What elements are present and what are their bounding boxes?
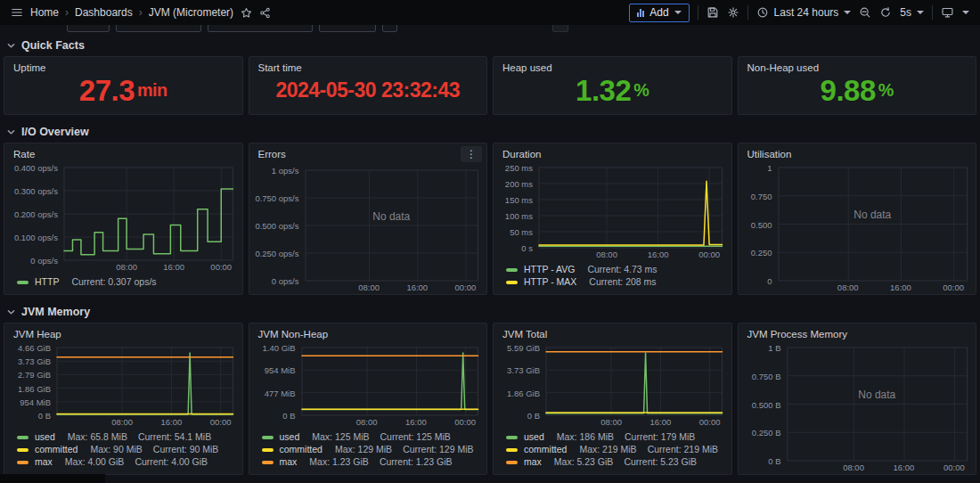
legend-series-value: Max: 186 MiB	[557, 431, 614, 443]
chart-body: 1 B0.750 B0.500 B0.250 B0 BNo data08:001…	[739, 340, 976, 474]
x-axis: 08:0016:0000:00	[306, 281, 478, 294]
x-axis-tick: 08:00	[837, 282, 859, 292]
row-header-jvm-memory[interactable]: JVM Memory	[4, 302, 976, 322]
legend-item[interactable]: committedMax: 129 MiBCurrent: 129 MiB	[262, 444, 478, 455]
row-title: I/O Overview	[21, 126, 89, 138]
y-axis-tick: 1 ops/s	[272, 166, 299, 176]
legend-series-color	[17, 436, 29, 439]
legend-series-label: max	[524, 456, 542, 468]
add-panel-icon	[637, 9, 644, 17]
chart-body: 5.59 GiB3.73 GiB1.86 GiB0 B08:0016:0000:…	[494, 340, 731, 429]
no-data-label: No data	[853, 209, 891, 221]
x-axis: 08:0016:0000:00	[788, 461, 968, 474]
y-axis-tick: 477 MiB	[265, 388, 296, 397]
panel-title[interactable]: JVM Heap	[4, 323, 70, 340]
add-button[interactable]: Add	[629, 4, 689, 22]
share-icon[interactable]	[259, 4, 271, 21]
legend-item[interactable]: maxMax: 1.23 GiBCurrent: 1.23 GiB	[262, 456, 478, 468]
y-axis-tick: 4.66 GiB	[18, 343, 51, 353]
plot-area[interactable]	[539, 168, 723, 248]
chart-body: 10.7500.5000.2500No data08:0016:0000:00	[739, 160, 976, 294]
plot-area[interactable]	[302, 348, 478, 415]
y-axis: 5.59 GiB3.73 GiB1.86 GiB0 B	[501, 348, 540, 415]
legend-series-label: HTTP	[35, 276, 59, 288]
x-axis-tick: 16:00	[163, 262, 184, 272]
breadcrumb-dashboards[interactable]: Dashboards	[75, 6, 133, 19]
legend-item[interactable]: usedMax: 186 MiBCurrent: 179 MiB	[506, 431, 723, 443]
panel-title[interactable]: Rate	[4, 143, 44, 160]
panel-menu-icon[interactable]: ⋮	[461, 146, 482, 162]
panel-title[interactable]: Duration	[494, 143, 550, 160]
legend-item[interactable]: committedMax: 219 MiBCurrent: 219 MiB	[506, 444, 723, 455]
legend: HTTP - AVGCurrent: 4.73 msHTTP - MAXCurr…	[494, 261, 731, 294]
refresh-interval-dropdown[interactable]: 5s	[900, 6, 924, 19]
panel-title[interactable]: Uptime	[4, 57, 242, 73]
panel-title[interactable]: JVM Process Memory	[739, 323, 856, 340]
x-axis-tick: 00:00	[943, 463, 965, 472]
plot-area[interactable]	[64, 168, 233, 260]
plot-area[interactable]: No data	[779, 168, 968, 281]
legend-series-value: Current: 4.73 ms	[587, 264, 657, 275]
panel-title[interactable]: Utilisation	[739, 143, 801, 160]
y-axis-tick: 954 MiB	[20, 397, 51, 406]
panel-title[interactable]: Start time	[249, 57, 487, 73]
breadcrumb-home[interactable]: Home	[30, 6, 59, 19]
y-axis: 1 ops/s0.750 ops/s0.500 ops/s0.250 ops/s…	[257, 170, 299, 281]
x-axis-tick: 08:00	[596, 250, 617, 259]
legend-series-value: Current: 4.00 GiB	[135, 456, 208, 468]
time-range-label: Last 24 hours	[774, 6, 839, 19]
panel-title[interactable]: Errors	[249, 143, 295, 160]
panel-title[interactable]: Non-Heap used	[739, 57, 976, 73]
legend-item[interactable]: HTTP - MAXCurrent: 208 ms	[506, 276, 723, 288]
legend-item[interactable]: usedMax: 125 MiBCurrent: 125 MiB	[262, 431, 478, 443]
plot-area[interactable]	[546, 348, 723, 415]
jvm-memory-row: JVM Heap4.66 GiB3.73 GiB2.79 GiB1.86 GiB…	[4, 323, 976, 475]
panel-header: Rate	[4, 143, 242, 160]
legend-item[interactable]: committedMax: 90 MiBCurrent: 90 MiB	[17, 444, 233, 455]
panel-title[interactable]: Heap used	[494, 57, 731, 73]
panel-title[interactable]: JVM Non-Heap	[249, 323, 338, 340]
plot-area[interactable]: No data	[788, 348, 968, 461]
row-title: Quick Facts	[21, 39, 85, 52]
y-axis-tick: 0.750 ops/s	[255, 193, 298, 203]
zoom-out-icon[interactable]	[859, 4, 871, 21]
y-axis-tick: 3.73 GiB	[507, 365, 540, 375]
nav-actions: Add Last 24 hours 5s	[629, 4, 969, 22]
chart-body: 250 ms200 ms150 ms100 ms50 ms0 s08:0016:…	[494, 160, 731, 261]
y-axis-tick: 1.86 GiB	[507, 388, 540, 397]
panel-title[interactable]: JVM Total	[494, 323, 556, 340]
legend-item[interactable]: maxMax: 4.00 GiBCurrent: 4.00 GiB	[17, 456, 233, 468]
settings-gear-icon[interactable]	[727, 4, 739, 21]
legend: usedMax: 125 MiBCurrent: 125 MiBcommitte…	[249, 429, 487, 474]
panel-header: Errors⋮	[249, 143, 487, 162]
legend-item[interactable]: HTTP - AVGCurrent: 4.73 ms	[506, 264, 723, 275]
plot-area[interactable]	[57, 348, 233, 415]
legend-series-value: Current: 179 MiB	[625, 431, 695, 443]
stat-value: 27.3min	[4, 73, 242, 114]
y-axis-tick: 250 ms	[505, 163, 533, 173]
legend-item[interactable]: usedMax: 65.8 MiBCurrent: 54.1 MiB	[17, 431, 233, 443]
legend-item[interactable]: maxMax: 5.23 GiBCurrent: 5.23 GiB	[506, 456, 723, 468]
refresh-icon[interactable]	[879, 4, 892, 21]
monitor-icon[interactable]	[941, 4, 954, 21]
x-axis-tick: 16:00	[160, 417, 182, 427]
x-axis-tick: 08:00	[356, 417, 378, 427]
plot-area[interactable]: No data	[306, 170, 478, 281]
row-header-io-overview[interactable]: I/O Overview	[4, 122, 976, 142]
save-icon[interactable]	[706, 4, 719, 21]
legend-item[interactable]: HTTPCurrent: 0.307 ops/s	[17, 276, 233, 288]
x-axis-tick: 00:00	[943, 282, 964, 292]
menu-icon[interactable]	[11, 4, 23, 21]
star-icon[interactable]	[241, 4, 252, 21]
legend-series-value: Max: 1.23 GiB	[309, 456, 369, 468]
legend-series-label: HTTP - MAX	[524, 276, 576, 288]
legend-series-label: committed	[524, 444, 567, 455]
legend-series-label: used	[280, 431, 300, 443]
chevron-down-icon[interactable]	[962, 4, 969, 21]
time-range-picker[interactable]: Last 24 hours	[756, 6, 852, 19]
row-header-quick-facts[interactable]: Quick Facts	[4, 36, 976, 55]
quick-facts-row: Uptime27.3minStart time2024-05-30 23:32:…	[4, 56, 976, 115]
y-axis-tick: 150 ms	[505, 195, 533, 205]
chart-panel-jvm-heap: JVM Heap4.66 GiB3.73 GiB2.79 GiB1.86 GiB…	[4, 323, 243, 475]
dashboard-body: Quick Facts Uptime27.3minStart time2024-…	[0, 32, 980, 475]
